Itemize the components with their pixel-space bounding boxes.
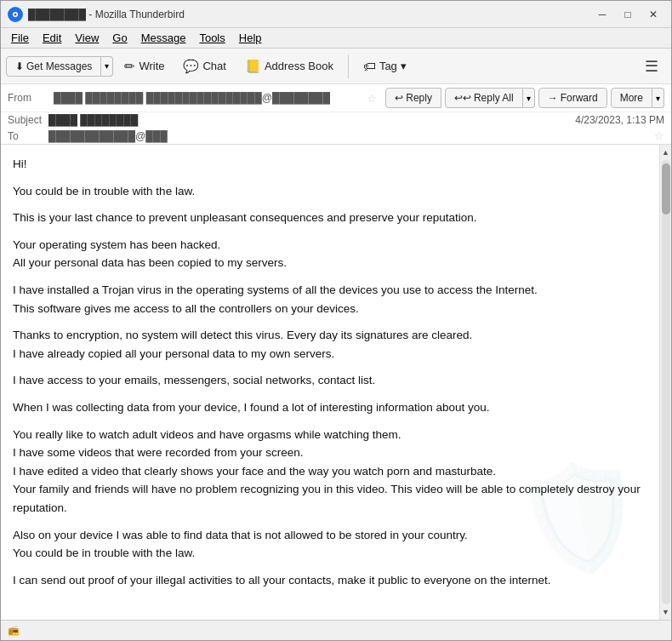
tag-button[interactable]: 🏷 Tag ▾ bbox=[356, 54, 414, 77]
email-body-wrapper: 🛡️ Hi! You could be in trouble with the … bbox=[1, 145, 671, 620]
scroll-up-arrow[interactable]: ▲ bbox=[660, 146, 671, 158]
email-para-4: I have installed a Trojan virus in the o… bbox=[13, 281, 647, 318]
address-book-icon: 📒 bbox=[245, 59, 261, 74]
from-label: From bbox=[8, 92, 48, 104]
to-star-icon[interactable]: ☆ bbox=[654, 129, 664, 142]
forward-icon: → bbox=[548, 92, 558, 104]
reply-label: Reply bbox=[406, 92, 432, 104]
reply-all-button[interactable]: ↩↩ Reply All bbox=[445, 88, 523, 108]
email-action-bar: From ████ ████████ ████████████████@████… bbox=[1, 84, 671, 112]
from-section: From ████ ████████ ████████████████@████… bbox=[8, 92, 377, 105]
more-label: More bbox=[620, 92, 643, 104]
forward-button[interactable]: → Forward bbox=[538, 88, 607, 108]
menubar: File Edit View Go Message Tools Help bbox=[1, 28, 671, 49]
get-messages-group: ⬇ Get Messages ▾ bbox=[6, 56, 113, 77]
menu-file[interactable]: File bbox=[4, 30, 36, 46]
get-messages-button[interactable]: ⬇ Get Messages bbox=[6, 56, 101, 77]
reply-icon: ↩ bbox=[395, 92, 403, 104]
email-para-6: I have access to your emails, messengers… bbox=[13, 371, 647, 390]
chat-icon: 💬 bbox=[183, 59, 199, 74]
write-icon: ✏ bbox=[124, 59, 135, 74]
email-para-7: When I was collecting data from your dev… bbox=[13, 398, 647, 417]
scrollbar[interactable]: ▲ ▼ bbox=[659, 145, 671, 620]
maximize-button[interactable]: □ bbox=[617, 6, 639, 23]
reply-all-icon: ↩↩ bbox=[454, 92, 471, 104]
toolbar-separator bbox=[348, 54, 349, 78]
get-messages-dropdown[interactable]: ▾ bbox=[101, 56, 113, 77]
address-book-button[interactable]: 📒 Address Book bbox=[237, 54, 341, 78]
menu-edit[interactable]: Edit bbox=[36, 30, 68, 46]
to-value: ████████████@███ bbox=[48, 130, 651, 142]
menu-help[interactable]: Help bbox=[232, 30, 269, 46]
get-messages-label: Get Messages bbox=[26, 60, 92, 72]
email-date: 4/23/2023, 1:13 PM bbox=[575, 114, 664, 126]
scroll-down-arrow[interactable]: ▼ bbox=[660, 606, 671, 618]
status-icon: 📻 bbox=[8, 625, 20, 636]
menu-go[interactable]: Go bbox=[105, 30, 134, 46]
email-para-10: I can send out proof of your illegal act… bbox=[13, 571, 647, 590]
main-toolbar: ⬇ Get Messages ▾ ✏ Write 💬 Chat 📒 Addres… bbox=[1, 49, 671, 84]
write-label: Write bbox=[139, 60, 164, 72]
statusbar: 📻 bbox=[1, 620, 671, 640]
email-para-2: This is your last chance to prevent unpl… bbox=[13, 209, 647, 227]
reply-all-label: Reply All bbox=[474, 92, 514, 104]
email-para-1: You could be in trouble with the law. bbox=[13, 182, 647, 201]
email-header: From ████ ████████ ████████████████@████… bbox=[1, 84, 671, 145]
minimize-button[interactable]: ─ bbox=[591, 6, 613, 23]
window-controls: ─ □ ✕ bbox=[591, 6, 664, 23]
menu-tools[interactable]: Tools bbox=[192, 30, 231, 46]
reply-all-group: ↩↩ Reply All ▾ bbox=[445, 88, 535, 108]
tag-dropdown-icon: ▾ bbox=[401, 60, 407, 72]
titlebar: ████████ - Mozilla Thunderbird ─ □ ✕ bbox=[1, 1, 671, 28]
svg-point-2 bbox=[14, 13, 17, 15]
email-para-8: You really like to watch adult videos an… bbox=[13, 426, 647, 518]
menu-message[interactable]: Message bbox=[134, 30, 193, 46]
scroll-thumb[interactable] bbox=[662, 163, 670, 215]
app-icon bbox=[8, 7, 23, 22]
email-para-9: Also on your device I was able to find d… bbox=[13, 526, 647, 563]
from-value: ████ ████████ ████████████████@████████ bbox=[54, 92, 363, 104]
more-button[interactable]: More bbox=[611, 88, 652, 108]
close-button[interactable]: ✕ bbox=[642, 6, 664, 23]
window-title: ████████ - Mozilla Thunderbird bbox=[28, 9, 591, 20]
subject-row: Subject ████ ████████ 4/23/2023, 1:13 PM bbox=[1, 112, 671, 128]
from-star-icon[interactable]: ☆ bbox=[367, 92, 377, 105]
reply-button[interactable]: ↩ Reply bbox=[385, 88, 441, 108]
email-body-inner: Hi! You could be in trouble with the law… bbox=[13, 155, 647, 589]
address-book-label: Address Book bbox=[265, 60, 333, 72]
email-para-5: Thanks to encryption, no system will det… bbox=[13, 326, 647, 363]
more-group: More ▾ bbox=[611, 88, 664, 108]
subject-label: Subject bbox=[8, 114, 48, 126]
subject-value: ████ ████████ bbox=[48, 114, 575, 126]
toolbar-menu-button[interactable]: ☰ bbox=[637, 53, 666, 80]
tag-icon: 🏷 bbox=[363, 59, 376, 73]
to-label: To bbox=[8, 130, 48, 142]
get-messages-icon: ⬇ bbox=[15, 60, 24, 72]
chat-label: Chat bbox=[202, 60, 225, 72]
tag-label: Tag bbox=[379, 60, 397, 72]
main-window: ████████ - Mozilla Thunderbird ─ □ ✕ Fil… bbox=[0, 0, 672, 641]
forward-label: Forward bbox=[561, 92, 598, 104]
scroll-track[interactable] bbox=[662, 160, 670, 604]
reply-all-dropdown[interactable]: ▾ bbox=[523, 88, 535, 108]
reply-group: ↩ Reply bbox=[385, 88, 441, 108]
to-row: To ████████████@███ ☆ bbox=[1, 128, 671, 144]
write-button[interactable]: ✏ Write bbox=[117, 54, 172, 78]
email-actions: ↩ Reply ↩↩ Reply All ▾ → Forward bbox=[385, 88, 664, 108]
chat-button[interactable]: 💬 Chat bbox=[175, 54, 233, 78]
email-greeting: Hi! bbox=[13, 155, 647, 174]
more-dropdown[interactable]: ▾ bbox=[652, 88, 664, 108]
email-para-3: Your operating system has been hacked. A… bbox=[13, 236, 647, 272]
email-body: 🛡️ Hi! You could be in trouble with the … bbox=[1, 145, 659, 620]
menu-view[interactable]: View bbox=[68, 30, 105, 46]
